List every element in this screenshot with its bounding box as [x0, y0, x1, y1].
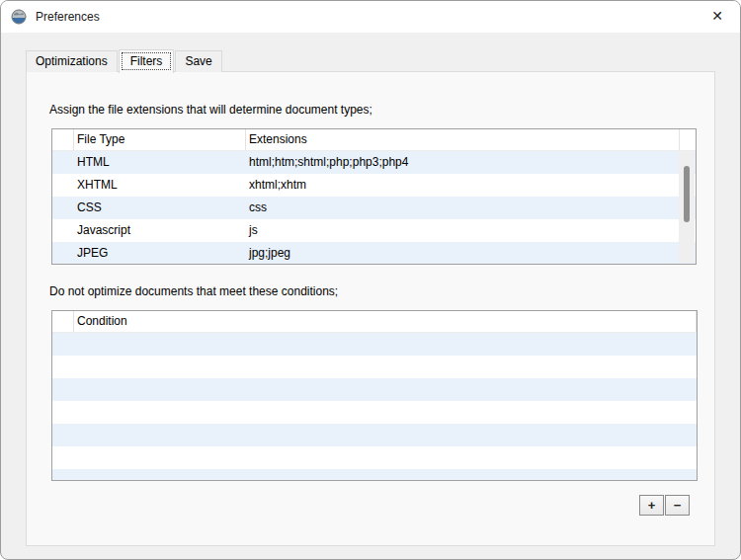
- table-row[interactable]: HTMLhtml;htm;shtml;php;php3;php4: [52, 151, 696, 174]
- empty-row[interactable]: [52, 356, 697, 378]
- row-selector: [52, 242, 74, 265]
- cell-extensions: html;htm;shtml;php;php3;php4: [246, 151, 680, 174]
- empty-row[interactable]: [52, 401, 697, 424]
- cell-condition: [74, 446, 697, 469]
- extensions-section-label: Assign the file extensions that will det…: [49, 103, 372, 117]
- row-selector: [52, 219, 74, 242]
- row-selector: [52, 356, 74, 378]
- close-icon[interactable]: ✕: [695, 1, 740, 32]
- table-body: HTMLhtml;htm;shtml;php;php3;php4XHTMLxht…: [52, 151, 696, 265]
- row-action-buttons: + −: [639, 495, 690, 516]
- cell-condition: [74, 469, 697, 481]
- row-selector: [52, 424, 74, 446]
- filters-tab-panel: Assign the file extensions that will det…: [26, 71, 715, 546]
- cell-extensions: js: [246, 219, 680, 242]
- table-header: Condition: [52, 311, 697, 333]
- cell-extensions: css: [246, 197, 680, 219]
- tab-filters[interactable]: Filters: [119, 49, 175, 73]
- row-selector: [52, 469, 74, 481]
- table-row[interactable]: Javascriptjs: [52, 219, 696, 242]
- row-selector: [52, 401, 74, 424]
- row-selector: [52, 446, 74, 469]
- empty-row[interactable]: [52, 333, 697, 356]
- titlebar: Preferences ✕: [1, 1, 740, 33]
- remove-row-button[interactable]: −: [665, 495, 690, 516]
- column-header-extensions[interactable]: Extensions: [246, 129, 680, 150]
- empty-row[interactable]: [52, 378, 697, 401]
- selector-column-header: [52, 129, 74, 150]
- add-row-button[interactable]: +: [639, 495, 664, 516]
- conditions-section-label: Do not optimize documents that meet thes…: [49, 284, 338, 298]
- vertical-scrollbar[interactable]: [679, 151, 695, 263]
- cell-condition: [74, 333, 697, 356]
- scrollbar-thumb[interactable]: [684, 166, 690, 222]
- cell-extensions: jpg;jpeg: [246, 242, 680, 265]
- table-header: File TypeExtensions: [52, 129, 696, 151]
- table-row[interactable]: CSScss: [52, 197, 696, 219]
- selector-column-header: [52, 311, 74, 332]
- extensions-table: File TypeExtensionsHTMLhtml;htm;shtml;ph…: [51, 128, 697, 265]
- empty-row[interactable]: [52, 446, 697, 469]
- row-selector: [52, 378, 74, 401]
- row-selector: [52, 333, 74, 356]
- app-icon: [11, 9, 27, 25]
- conditions-table: Condition: [51, 310, 698, 481]
- tab-save[interactable]: Save: [175, 50, 221, 72]
- table-row[interactable]: XHTMLxhtml;xhtm: [52, 174, 696, 197]
- tab-bar: Optimizations Filters Save: [26, 49, 223, 72]
- cell-condition: [74, 424, 697, 446]
- cell-file-type: XHTML: [74, 174, 246, 197]
- tab-optimizations[interactable]: Optimizations: [26, 50, 118, 72]
- column-header-condition[interactable]: Condition: [74, 311, 697, 332]
- cell-file-type: Javascript: [74, 219, 246, 242]
- cell-condition: [74, 378, 697, 401]
- cell-condition: [74, 401, 697, 424]
- empty-row[interactable]: [52, 424, 697, 446]
- cell-file-type: CSS: [74, 197, 246, 219]
- row-selector: [52, 197, 74, 219]
- column-header-file-type[interactable]: File Type: [74, 129, 246, 150]
- window-title: Preferences: [36, 10, 100, 24]
- preferences-dialog: Preferences ✕ Optimizations Filters Save…: [0, 0, 741, 560]
- table-row[interactable]: JPEGjpg;jpeg: [52, 242, 696, 265]
- row-selector: [52, 151, 74, 174]
- table-body: [52, 333, 697, 481]
- cell-file-type: HTML: [74, 151, 246, 174]
- empty-row[interactable]: [52, 469, 697, 481]
- cell-file-type: JPEG: [74, 242, 246, 265]
- cell-extensions: xhtml;xhtm: [246, 174, 680, 197]
- row-selector: [52, 174, 74, 197]
- cell-condition: [74, 356, 697, 378]
